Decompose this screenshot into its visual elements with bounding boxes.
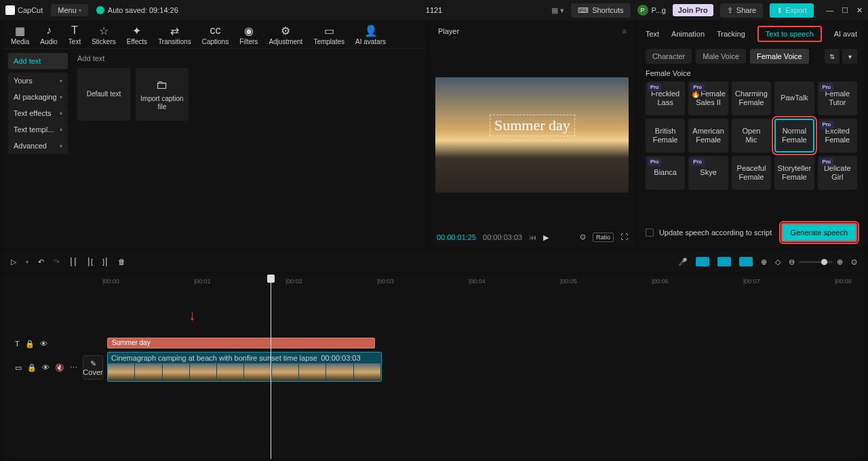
text-clip[interactable]: Summer day [107, 338, 375, 348]
text-overlay[interactable]: Summer day [490, 115, 575, 136]
player-menu-icon[interactable]: ≡ [623, 27, 627, 35]
tool-tab-media[interactable]: ▦Media [11, 24, 29, 45]
sidebar-item[interactable]: Advanced▾ [8, 138, 68, 154]
tool-tab-audio[interactable]: ♪Audio [40, 24, 58, 45]
project-title[interactable]: 1121 [426, 6, 442, 14]
layout-icon[interactable]: ▦ ▾ [551, 6, 564, 15]
user-chip[interactable]: PP...g [637, 5, 666, 16]
timeline[interactable]: |00:00|00:01|00:02|00:03|00:04|00:05|00:… [4, 276, 864, 459]
tool-tab-transitions[interactable]: ⇄Transitions [158, 24, 191, 45]
fit-icon[interactable]: ⊙ [851, 258, 857, 266]
select-tool-icon[interactable]: ▷ [11, 258, 16, 266]
fullscreen-icon[interactable]: ⛶ [620, 233, 628, 242]
video-clip[interactable]: Cinemagraph camping at beach with bonfir… [107, 352, 382, 382]
redo-icon[interactable]: ↷ [54, 258, 60, 266]
voice-filter-chip[interactable]: Male Voice [696, 49, 746, 64]
generate-speech-button[interactable]: Generate speech [781, 223, 857, 242]
inspector-tab[interactable]: Text to speech [757, 26, 822, 42]
undo-icon[interactable]: ↶ [38, 258, 44, 266]
voice-option[interactable]: StorytellerFemale [774, 156, 814, 190]
snap-toggle-1[interactable] [696, 257, 709, 266]
zoom-in-icon[interactable]: ⊕ [837, 258, 843, 266]
snap-toggle-3[interactable] [739, 257, 753, 266]
filter-dropdown-icon[interactable]: ▾ [842, 49, 857, 64]
voice-option[interactable]: BritishFemale [646, 119, 685, 153]
play-icon[interactable]: ▶ [543, 233, 549, 242]
prev-frame-icon[interactable]: ⏮ [529, 233, 536, 241]
player-title: Player [438, 27, 459, 35]
inspector-tab[interactable]: AI avat [834, 30, 857, 38]
tool-tab-captions[interactable]: ccCaptions [202, 24, 229, 45]
voice-option[interactable]: ProFemaleTutor [818, 81, 857, 115]
tool-tab-templates[interactable]: ▭Templates [313, 24, 344, 45]
player-controls: 00:00:01:25 00:00:03:03 ⏮ ▶ ⊙ Ratio ⛶ [430, 227, 635, 247]
marker-icon[interactable]: ◇ [775, 258, 781, 266]
sidebar-add-text[interactable]: Add text [8, 53, 68, 69]
cover-button[interactable]: ✎Cover [83, 355, 103, 380]
eye-icon[interactable]: 👁 [42, 363, 50, 372]
voice-option[interactable]: NormalFemale [774, 119, 814, 153]
shortcuts-button[interactable]: ⌨Shortcuts [571, 3, 630, 18]
maximize-icon[interactable]: ☐ [842, 6, 848, 15]
tool-tab-stickers[interactable]: ☆Stickers [92, 24, 116, 45]
voice-filter-chip[interactable]: Female Voice [750, 49, 809, 64]
inspector-tab[interactable]: Tracking [717, 30, 745, 38]
voice-option[interactable]: AmericanFemale [688, 119, 728, 153]
sidebar-item[interactable]: AI packaging▾ [8, 89, 68, 105]
minimize-icon[interactable]: — [826, 6, 833, 15]
split-icon[interactable]: ⎮⎮ [69, 258, 77, 266]
voice-option[interactable]: Pro🔥FemaleSales II [688, 81, 728, 115]
export-button[interactable]: ⬆Export [770, 3, 814, 18]
voice-filter-chip[interactable]: Character [646, 49, 692, 64]
voice-option[interactable]: ProFreckledLass [646, 81, 685, 115]
tool-tab-adjustment[interactable]: ⚙Adjustment [269, 24, 302, 45]
sidebar-item[interactable]: Yours▾ [8, 73, 68, 89]
update-speech-checkbox[interactable] [646, 228, 654, 237]
inspector-tab[interactable]: Text [646, 30, 659, 38]
voice-option[interactable]: ProExcitedFemale [818, 119, 857, 153]
share-button[interactable]: ⇪Share [720, 3, 763, 18]
voice-option[interactable]: PeacefulFemale [732, 156, 771, 190]
voice-option[interactable]: PawTalk [774, 81, 814, 115]
time-ruler[interactable]: |00:00|00:01|00:02|00:03|00:04|00:05|00:… [102, 276, 864, 289]
close-icon[interactable]: ✕ [856, 6, 863, 15]
voice-option[interactable]: ProSkye [688, 156, 728, 190]
ratio-button[interactable]: Ratio [593, 233, 614, 242]
align-icon[interactable]: ⊕ [761, 258, 767, 266]
join-pro-button[interactable]: Join Pro [673, 4, 713, 16]
tool-tab-effects[interactable]: ✦Effects [127, 24, 147, 45]
import-caption-card[interactable]: 🗀Import caption file [136, 68, 189, 121]
compare-icon[interactable]: ⊙ [580, 233, 586, 242]
tool-tab-filters[interactable]: ◉Filters [239, 24, 258, 45]
tool-tab-text[interactable]: TText [68, 24, 81, 45]
folder-icon: 🗀 [156, 78, 168, 92]
sidebar-item[interactable]: Text effects▾ [8, 105, 68, 121]
mic-icon[interactable]: 🎤 [678, 258, 688, 266]
timeline-toolbar: ▷▾ ↶ ↷ ⎮⎮ ⎮[ ]⎮ 🗑 🎤 ⊕ ◇ ⊖⊕ ⊙ [4, 252, 864, 272]
sort-icon[interactable]: ⇅ [825, 49, 840, 64]
text-track[interactable]: T🔒👁 Summer day [4, 336, 864, 352]
voice-option[interactable]: CharmingFemale [732, 81, 771, 115]
trim-right-icon[interactable]: ]⎮ [102, 258, 108, 266]
default-text-card[interactable]: Default text [77, 68, 130, 121]
zoom-out-icon[interactable]: ⊖ [789, 258, 795, 266]
playhead[interactable] [271, 276, 271, 459]
trim-left-icon[interactable]: ⎮[ [87, 258, 93, 266]
inspector-tab[interactable]: Animation [671, 30, 705, 38]
menu-button[interactable]: Menu▾ [51, 4, 88, 16]
eye-icon[interactable]: 👁 [40, 340, 47, 348]
sidebar-item[interactable]: Text templ...▾ [8, 121, 68, 138]
delete-icon[interactable]: 🗑 [118, 258, 125, 266]
voice-option[interactable]: ProDelicateGirl [818, 156, 857, 190]
lock-icon[interactable]: 🔒 [27, 363, 37, 372]
media-panel: ▦Media♪AudioTText☆Stickers✦Effects⇄Trans… [4, 20, 426, 247]
zoom-control[interactable]: ⊖⊕ [789, 258, 843, 266]
voice-option[interactable]: ProBianca [646, 156, 685, 190]
video-preview[interactable]: Summer day [435, 77, 629, 193]
lock-icon[interactable]: 🔒 [25, 340, 35, 348]
snap-toggle-2[interactable] [717, 257, 731, 266]
video-track[interactable]: ▭🔒👁🔇⋯ ✎Cover Cinemagraph camping at beac… [4, 352, 864, 383]
voice-option[interactable]: OpenMic [732, 119, 771, 153]
tool-tab-ai avatars[interactable]: 👤AI avatars [355, 24, 386, 45]
mute-icon[interactable]: 🔇 [55, 363, 64, 372]
